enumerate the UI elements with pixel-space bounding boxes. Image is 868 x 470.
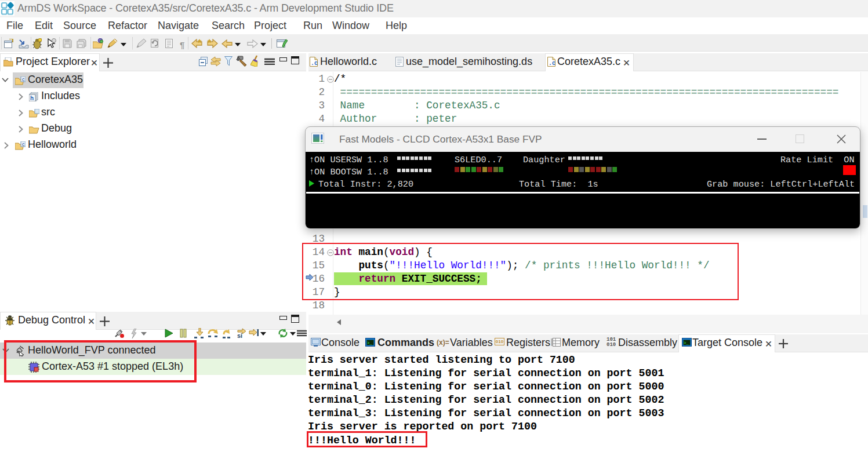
svg-text:c: c [22, 141, 25, 147]
svg-text:c: c [22, 76, 25, 82]
svg-text:si: si [237, 332, 242, 338]
svg-text:h: h [30, 95, 34, 101]
svg-text:.c: .c [311, 60, 318, 67]
svg-text:>_: >_ [684, 341, 689, 345]
svg-text:>_: >_ [367, 341, 372, 345]
svg-text:.c: .c [549, 60, 555, 67]
